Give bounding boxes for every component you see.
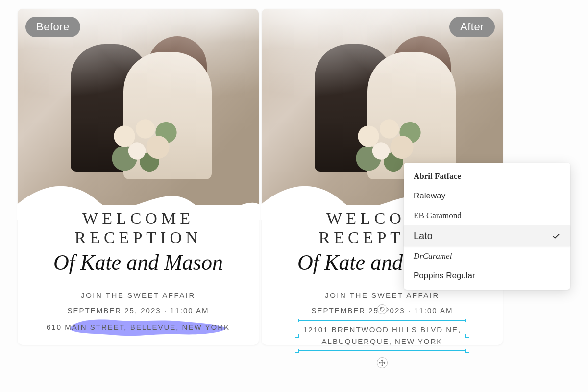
font-option-label: Poppins Regular xyxy=(414,271,475,281)
move-handle[interactable] xyxy=(377,357,388,368)
invite-names: Of Kate and Mason xyxy=(49,250,228,277)
font-option-poppins-regular[interactable]: Poppins Regular xyxy=(404,266,570,286)
font-option-abril-fatface[interactable]: Abril Fatface xyxy=(404,167,570,186)
resize-handle-tl[interactable] xyxy=(295,318,299,322)
move-icon xyxy=(379,359,386,366)
resize-handle-tr[interactable] xyxy=(466,318,469,322)
invite-title: WELCOME RECEPTION xyxy=(35,209,241,247)
address-line1[interactable]: 12101 BRENTWOOD HILLS BLVD NE, xyxy=(303,325,461,334)
resize-handle-ml[interactable] xyxy=(295,334,299,338)
font-picker-menu[interactable]: Abril FatfaceRalewayEB GaramondLatoDrCar… xyxy=(404,163,570,290)
invite-subtitle: JOIN THE SWEET AFFAIR xyxy=(35,291,241,299)
font-option-lato[interactable]: Lato xyxy=(404,225,570,246)
resize-handle-mr[interactable] xyxy=(466,334,469,338)
font-option-label: Lato xyxy=(414,230,433,242)
font-option-label: Abril Fatface xyxy=(414,172,461,181)
title-line1: WELCOME xyxy=(82,209,194,227)
after-badge: After xyxy=(449,17,495,37)
resize-handle-bl[interactable] xyxy=(295,349,299,353)
check-icon xyxy=(552,232,561,241)
invite-subtitle[interactable]: JOIN THE SWEET AFFAIR xyxy=(279,291,485,299)
font-option-drcaramel[interactable]: DrCaramel xyxy=(404,246,570,266)
title-line2: RECEPTION xyxy=(75,228,202,246)
before-badge: Before xyxy=(25,17,80,37)
font-option-label: DrCaramel xyxy=(414,251,452,261)
resize-handle-br[interactable] xyxy=(466,349,469,353)
font-option-label: Raleway xyxy=(414,191,445,201)
before-card: Before WELCOME RECEPTION Of Kate and Mas… xyxy=(18,9,259,345)
font-option-raleway[interactable]: Raleway xyxy=(404,186,570,206)
rotate-icon xyxy=(379,306,385,312)
address-line2[interactable]: ALBUQUERQUE, NEW YORK xyxy=(322,337,443,345)
font-option-label: EB Garamond xyxy=(414,211,462,220)
invite-date: SEPTEMBER 25, 2023 · 11:00 AM xyxy=(35,306,241,315)
invite-address-before: 610 MAIN STREET, BELLEVUE, NEW YORK xyxy=(35,321,241,333)
selected-text-frame[interactable]: 12101 BRENTWOOD HILLS BLVD NE, ALBUQUERQ… xyxy=(297,320,467,351)
font-option-eb-garamond[interactable]: EB Garamond xyxy=(404,206,570,225)
